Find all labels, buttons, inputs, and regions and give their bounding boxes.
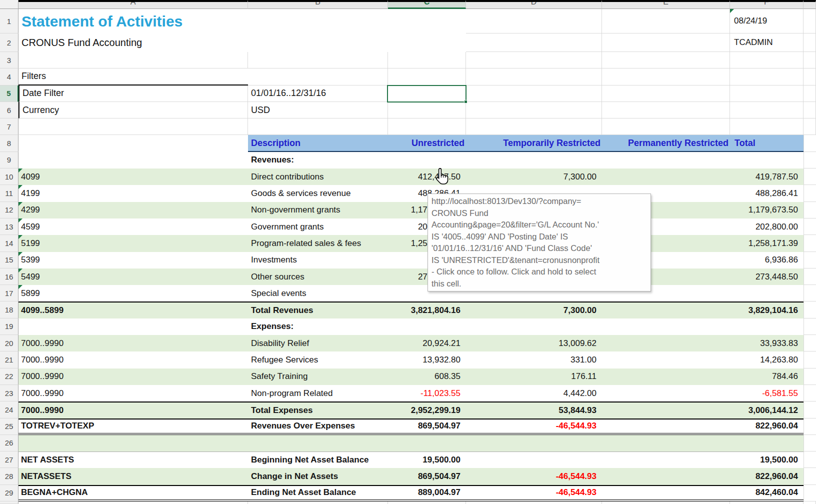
selected-cell-outline[interactable]: [387, 85, 466, 103]
grid-sliver-row-15[interactable]: [804, 252, 816, 268]
row-number-5[interactable]: 5: [0, 86, 18, 102]
column-header-B[interactable]: B: [248, 0, 388, 9]
grid-sliver-row-22[interactable]: [804, 368, 816, 385]
cell-D1[interactable]: [466, 9, 602, 34]
row-number-13[interactable]: 13: [0, 218, 18, 235]
perm-restricted-cell-row-9[interactable]: [602, 152, 730, 168]
account-cell-row-20[interactable]: 7000..9990: [18, 335, 248, 352]
description-cell-row-22[interactable]: Safety Training: [248, 368, 388, 385]
temp-restricted-cell-row-18[interactable]: 7,300.00: [466, 302, 602, 318]
row-number-29[interactable]: 29: [0, 485, 18, 502]
account-cell-row-19[interactable]: [18, 318, 248, 335]
cell-B30[interactable]: [248, 502, 388, 504]
row-number-27[interactable]: 27: [0, 452, 18, 468]
cell-F3[interactable]: [730, 52, 804, 68]
row-number-26[interactable]: 26: [0, 435, 18, 452]
description-cell-row-14[interactable]: Program-related sales & fees: [248, 235, 388, 252]
perm-restricted-cell-row-25[interactable]: [602, 418, 730, 435]
date-filter-label-cell[interactable]: Date Filter: [18, 86, 248, 102]
grid-sliver-row-29[interactable]: [804, 485, 816, 502]
account-cell-row-24[interactable]: 7000..9990: [18, 402, 248, 418]
grid-sliver-row-10[interactable]: [804, 168, 816, 185]
perm-restricted-cell-row-18[interactable]: [602, 302, 730, 318]
perm-restricted-cell-row-24[interactable]: [602, 402, 730, 418]
cell-C6[interactable]: [388, 102, 466, 118]
cell-B4[interactable]: [248, 68, 388, 85]
temp-restricted-cell-row-21[interactable]: 331.00: [466, 352, 602, 368]
report-date-cell[interactable]: 08/24/19: [730, 9, 804, 34]
account-cell-row-26[interactable]: [18, 435, 248, 452]
row-number-6[interactable]: 6: [0, 102, 18, 118]
cell-G1[interactable]: [804, 9, 816, 34]
row-number-18[interactable]: 18: [0, 302, 18, 318]
cell-F30[interactable]: [730, 502, 804, 504]
row-number-15[interactable]: 15: [0, 252, 18, 268]
description-cell-row-25[interactable]: Revenues Over Expenses: [248, 418, 388, 435]
unrestricted-cell-row-21[interactable]: 13,932.80: [388, 352, 466, 368]
cell-D30[interactable]: [466, 502, 602, 504]
total-cell-row-23[interactable]: -6,581.55: [730, 385, 804, 402]
unrestricted-cell-row-29[interactable]: 889,004.97: [388, 485, 466, 502]
description-cell-row-26[interactable]: [248, 435, 388, 452]
perm-restricted-cell-row-27[interactable]: [602, 452, 730, 468]
row-number-12[interactable]: 12: [0, 202, 18, 218]
row-number-25[interactable]: 25: [0, 418, 18, 435]
column-header-E[interactable]: E: [602, 0, 730, 9]
row-number-9[interactable]: 9: [0, 152, 18, 168]
total-cell-row-18[interactable]: 3,829,104.16: [730, 302, 804, 318]
unrestricted-cell-row-22[interactable]: 608.35: [388, 368, 466, 385]
row-number-10[interactable]: 10: [0, 168, 18, 185]
currency-value-cell[interactable]: USD: [248, 102, 388, 118]
cell-D6[interactable]: [466, 102, 602, 118]
column-header-D[interactable]: D: [466, 0, 602, 9]
cell-C30[interactable]: [388, 502, 466, 504]
row-number-11[interactable]: 11: [0, 185, 18, 202]
perm-restricted-cell-row-10[interactable]: [602, 168, 730, 185]
perm-restricted-cell-row-22[interactable]: [602, 368, 730, 385]
total-cell-row-29[interactable]: 842,460.04: [730, 485, 804, 502]
header-description[interactable]: Description: [248, 135, 388, 152]
row-number-14[interactable]: 14: [0, 235, 18, 252]
unrestricted-cell-row-23[interactable]: -11,023.55: [388, 385, 466, 402]
temp-restricted-cell-row-19[interactable]: [466, 318, 602, 335]
description-cell-row-9[interactable]: Revenues:: [248, 152, 388, 168]
account-cell-row-25[interactable]: TOTREV+TOTEXP: [18, 418, 248, 435]
temp-restricted-cell-row-9[interactable]: [466, 152, 602, 168]
account-cell-row-29[interactable]: BEGNA+CHGNA: [18, 485, 248, 502]
cell-C3[interactable]: [388, 52, 466, 68]
perm-restricted-cell-row-23[interactable]: [602, 385, 730, 402]
date-filter-value-cell[interactable]: 01/01/16..12/31/16: [248, 86, 388, 102]
unrestricted-cell-row-9[interactable]: [388, 152, 466, 168]
row-number-1[interactable]: 1: [0, 9, 18, 34]
cell-F6[interactable]: [730, 102, 804, 118]
cell-D5[interactable]: [466, 86, 602, 102]
total-cell-row-10[interactable]: 419,787.50: [730, 168, 804, 185]
unrestricted-cell-row-10[interactable]: 412,487.50: [388, 168, 466, 185]
temp-restricted-cell-row-22[interactable]: 176.11: [466, 368, 602, 385]
account-cell-row-9[interactable]: [18, 152, 248, 168]
cell-D3[interactable]: [466, 52, 602, 68]
description-cell-row-16[interactable]: Other sources: [248, 268, 388, 285]
account-cell-row-21[interactable]: 7000..9990: [18, 352, 248, 368]
grid-sliver-row-23[interactable]: [804, 385, 816, 402]
description-cell-row-28[interactable]: Change in Net Assets: [248, 468, 388, 484]
temp-restricted-cell-row-26[interactable]: [466, 435, 602, 452]
total-cell-row-20[interactable]: 33,933.83: [730, 335, 804, 352]
unrestricted-cell-row-25[interactable]: 869,504.97: [388, 418, 466, 435]
total-cell-row-24[interactable]: 3,006,144.12: [730, 402, 804, 418]
cell-E4[interactable]: [602, 68, 730, 85]
temp-restricted-cell-row-27[interactable]: [466, 452, 602, 468]
unrestricted-cell-row-18[interactable]: 3,821,804.16: [388, 302, 466, 318]
total-cell-row-16[interactable]: 273,448.50: [730, 268, 804, 285]
temp-restricted-cell-row-28[interactable]: -46,544.93: [466, 468, 602, 484]
account-cell-row-12[interactable]: 4299: [18, 202, 248, 218]
cell-G2[interactable]: [804, 34, 816, 52]
unrestricted-cell-row-27[interactable]: 19,500.00: [388, 452, 466, 468]
grid-sliver-row-20[interactable]: [804, 335, 816, 352]
cell-E1[interactable]: [602, 9, 730, 34]
cell-A7[interactable]: [18, 118, 248, 135]
row-number-8[interactable]: 8: [0, 135, 18, 152]
column-header-A[interactable]: A: [18, 0, 248, 9]
cell-E3[interactable]: [602, 52, 730, 68]
unrestricted-cell-row-20[interactable]: 20,924.21: [388, 335, 466, 352]
